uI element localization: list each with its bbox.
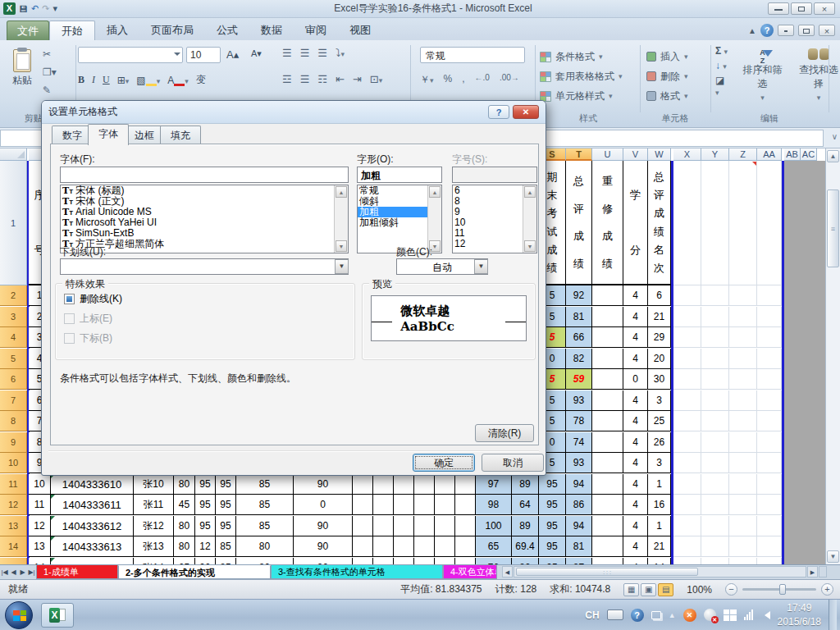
- cell-G15[interactable]: 80: [236, 558, 294, 564]
- autosum-icon[interactable]: Σ ▾: [715, 45, 730, 57]
- align-left-icon[interactable]: ☲: [282, 73, 292, 85]
- sheet-tab-2-多个条件格式的实现[interactable]: 2-多个条件格式的实现: [118, 565, 271, 579]
- cell-U9[interactable]: [592, 432, 623, 453]
- save-icon[interactable]: 💾︎: [19, 4, 28, 14]
- percent-icon[interactable]: %: [444, 73, 453, 87]
- list-scroll-up-icon[interactable]: ▲: [524, 186, 536, 198]
- dialog-tab-数字[interactable]: 数字: [52, 126, 93, 144]
- cell-W4[interactable]: 29: [648, 327, 671, 348]
- cell-V6[interactable]: 0: [623, 369, 648, 390]
- cell-W8[interactable]: 25: [648, 411, 671, 431]
- cell-D13[interactable]: 80: [174, 516, 195, 536]
- ribbon-tab-视图[interactable]: 视图: [338, 21, 382, 40]
- workbook-restore-button[interactable]: [798, 25, 815, 36]
- ribbon-button-单元格样式[interactable]: 单元格样式▾: [540, 86, 623, 106]
- sheet-tab-1-成绩单[interactable]: 1-成绩单: [36, 565, 118, 579]
- cell-D12[interactable]: 45: [174, 495, 195, 515]
- cell-W11[interactable]: 1: [648, 474, 671, 495]
- grow-font-icon[interactable]: A▴: [226, 48, 239, 61]
- row-header-12[interactable]: 12: [0, 495, 27, 515]
- cell-A11[interactable]: 10: [29, 474, 51, 495]
- row-header-13[interactable]: 13: [0, 516, 27, 536]
- cell-H12[interactable]: 0: [294, 495, 353, 515]
- column-header-V[interactable]: V: [623, 148, 648, 161]
- header-cell-W[interactable]: 总评成绩名次: [648, 161, 671, 285]
- underline-combobox[interactable]: [60, 258, 349, 275]
- bold-icon[interactable]: B: [78, 74, 84, 86]
- start-button[interactable]: [5, 601, 33, 629]
- fill-icon[interactable]: ↓ ▾: [715, 60, 730, 71]
- cell-C14[interactable]: 张13: [134, 536, 174, 557]
- empty-cell[interactable]: [373, 495, 394, 515]
- empty-cell[interactable]: [414, 558, 435, 564]
- row-header-10[interactable]: 10: [0, 453, 27, 473]
- cell-W9[interactable]: 26: [648, 432, 671, 453]
- number-format-combobox[interactable]: 常规: [420, 47, 525, 63]
- sheet-tab-4-双色立体单元格[interactable]: 4-双色立体单元格: [443, 565, 497, 579]
- cancel-button[interactable]: 取消: [482, 454, 544, 472]
- horizontal-scroll-thumb[interactable]: : : :: [516, 568, 698, 576]
- cell-T6[interactable]: 59: [566, 369, 592, 390]
- tray-expand-icon[interactable]: ▲: [669, 611, 676, 619]
- copy-icon[interactable]: ❐▾: [43, 66, 57, 78]
- empty-cell[interactable]: [353, 536, 373, 557]
- cell-T5[interactable]: 82: [566, 349, 592, 369]
- cell-F15[interactable]: 85: [216, 558, 236, 564]
- sort-filter-button[interactable]: AZ 排序和筛选▾: [738, 45, 787, 103]
- strikethrough-checkbox[interactable]: [64, 294, 75, 304]
- clear-button[interactable]: 清除(R): [475, 424, 534, 442]
- minimize-button[interactable]: [768, 2, 789, 15]
- file-tab[interactable]: 文件: [7, 21, 49, 40]
- cell-Q11[interactable]: 97: [476, 474, 512, 495]
- empty-cell[interactable]: [394, 495, 414, 515]
- cell-E14[interactable]: 12: [195, 536, 216, 557]
- empty-cell[interactable]: [394, 516, 414, 536]
- cell-R15[interactable]: 82: [512, 558, 539, 564]
- scroll-down-icon[interactable]: ▼: [827, 550, 839, 563]
- next-sheet-icon[interactable]: ▶: [18, 565, 27, 579]
- expand-formula-bar-icon[interactable]: ∨: [832, 132, 838, 141]
- cut-icon[interactable]: ✂: [43, 48, 57, 60]
- ribbon-tab-插入[interactable]: 插入: [95, 21, 139, 40]
- empty-cell[interactable]: [353, 516, 373, 536]
- page-layout-view-icon[interactable]: ▣: [641, 583, 656, 596]
- list-scroll-up-icon[interactable]: ▲: [336, 186, 347, 198]
- vertical-scroll-thumb[interactable]: [827, 189, 839, 267]
- column-header-AC[interactable]: AC: [801, 148, 817, 161]
- ribbon-tab-页面布局[interactable]: 页面布局: [139, 21, 205, 40]
- cell-U7[interactable]: [592, 390, 623, 411]
- cell-W14[interactable]: 21: [648, 536, 671, 557]
- column-header-X[interactable]: X: [673, 148, 701, 161]
- cell-A12[interactable]: 11: [29, 495, 51, 515]
- cell-H13[interactable]: 90: [294, 516, 353, 536]
- cell-V13[interactable]: 4: [623, 516, 648, 536]
- language-indicator[interactable]: CH: [585, 609, 599, 621]
- font-list-scrollbar[interactable]: ▲ ▼: [334, 185, 348, 253]
- cell-U11[interactable]: [592, 474, 623, 495]
- cell-W2[interactable]: 6: [648, 285, 671, 306]
- cell-U12[interactable]: [592, 495, 623, 515]
- row-header-9[interactable]: 9: [0, 432, 27, 453]
- empty-cell[interactable]: [414, 474, 435, 495]
- increase-decimal-icon[interactable]: ←.0: [475, 73, 490, 87]
- cell-D11[interactable]: 80: [174, 474, 195, 495]
- ribbon-button-格式[interactable]: 格式▾: [646, 86, 688, 106]
- cell-E13[interactable]: 95: [195, 516, 216, 536]
- row-header-4[interactable]: 4: [0, 327, 27, 348]
- normal-view-icon[interactable]: ▦: [623, 583, 639, 596]
- style-list-scrollbar[interactable]: ▲ ▼: [427, 185, 441, 253]
- cell-Q13[interactable]: 100: [476, 516, 512, 536]
- cell-W12[interactable]: 16: [648, 495, 671, 515]
- clear-icon[interactable]: ◪ ▾: [715, 75, 730, 98]
- cell-T3[interactable]: 81: [566, 307, 592, 327]
- column-header-Z[interactable]: Z: [729, 148, 757, 161]
- empty-cell[interactable]: [435, 516, 455, 536]
- cell-R12[interactable]: 64: [512, 495, 539, 515]
- phonetic-icon[interactable]: 变: [196, 73, 206, 87]
- cell-R13[interactable]: 89: [512, 516, 539, 536]
- row-header-15[interactable]: 15: [0, 558, 27, 564]
- cell-U3[interactable]: [592, 307, 623, 327]
- zoom-in-icon[interactable]: +: [821, 583, 833, 596]
- prev-sheet-icon[interactable]: ◀: [9, 565, 18, 579]
- ribbon-tab-审阅[interactable]: 审阅: [294, 21, 338, 40]
